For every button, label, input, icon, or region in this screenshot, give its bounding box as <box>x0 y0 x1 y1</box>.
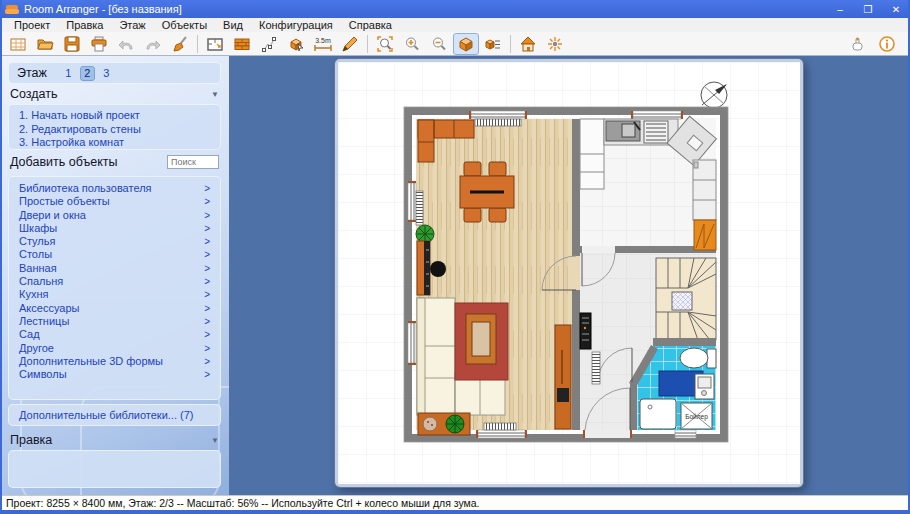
menu-edit[interactable]: Правка <box>58 19 111 31</box>
paint-brush-button[interactable] <box>167 33 193 55</box>
plant[interactable] <box>416 225 434 243</box>
tv-hifi-unit[interactable] <box>580 313 591 349</box>
restore-button[interactable]: ❐ <box>854 0 882 18</box>
boiler[interactable]: Бойлер <box>681 403 712 429</box>
collapse-arrow-icon: ▼ <box>211 436 219 445</box>
close-button[interactable]: ✕ <box>882 0 910 18</box>
menu-help[interactable]: Справка <box>341 19 400 31</box>
dining-chair <box>489 208 506 222</box>
create-title: Создать <box>10 87 58 101</box>
draw-pen-button[interactable] <box>337 33 363 55</box>
view-3d-button[interactable] <box>453 33 479 55</box>
toilet[interactable] <box>680 348 716 368</box>
wardrobe[interactable] <box>555 325 571 429</box>
side-table-round[interactable] <box>430 261 446 277</box>
plant[interactable] <box>446 415 464 433</box>
category-garden[interactable]: Сад> <box>9 328 220 341</box>
object-categories-panel: Библиотека пользователя> Простые объекты… <box>8 176 221 400</box>
washbasin[interactable] <box>695 374 714 399</box>
floor-plan[interactable]: Бойлер <box>338 62 800 484</box>
chevron-right-icon: > <box>204 288 210 301</box>
edit-title: Правка <box>10 433 52 447</box>
add-objects-header: Добавить объекты <box>10 155 219 169</box>
zoom-all-button[interactable] <box>372 33 398 55</box>
toolbar-separator <box>197 35 198 53</box>
measure-button[interactable]: 3.5m <box>310 33 336 55</box>
floor-tab-1[interactable]: 1 <box>61 66 76 81</box>
link-edit-walls[interactable]: 2. Редактировать стены <box>19 123 210 137</box>
materials-button[interactable] <box>480 33 506 55</box>
zoom-out-button[interactable] <box>426 33 452 55</box>
create-section-header[interactable]: Создать ▼ <box>10 87 219 101</box>
radiator[interactable] <box>416 191 423 225</box>
category-user-library[interactable]: Библиотека пользователя> <box>9 182 220 195</box>
info-button[interactable] <box>874 33 900 55</box>
kitchen-counter[interactable] <box>604 119 678 145</box>
radiator[interactable] <box>475 119 521 126</box>
edit-section-header[interactable]: Правка ▼ <box>10 433 219 447</box>
category-simple-objects[interactable]: Простые объекты> <box>9 195 220 208</box>
save-button[interactable] <box>59 33 85 55</box>
category-chairs[interactable]: Стулья> <box>9 235 220 248</box>
category-wardrobes[interactable]: Шкафы> <box>9 222 220 235</box>
floor-tab-3[interactable]: 3 <box>99 66 114 81</box>
floor-tab-2[interactable]: 2 <box>80 66 95 81</box>
home-3d-button[interactable] <box>515 33 541 55</box>
menu-view[interactable]: Вид <box>215 19 251 31</box>
room-editor-button[interactable] <box>202 33 228 55</box>
category-additional-3d-shapes[interactable]: Дополнительные 3D формы> <box>9 355 220 368</box>
radiator[interactable] <box>484 423 516 430</box>
redo-icon <box>144 35 162 53</box>
category-accessories[interactable]: Аксессуары> <box>9 302 220 315</box>
undo-button[interactable] <box>113 33 139 55</box>
dining-chair <box>489 162 506 176</box>
category-tables[interactable]: Столы> <box>9 248 220 261</box>
zoom-in-button[interactable] <box>399 33 425 55</box>
redo-button[interactable] <box>140 33 166 55</box>
menu-objects[interactable]: Объекты <box>154 19 215 31</box>
kitchen-tall-cabinets-left[interactable] <box>580 119 604 189</box>
move-points-button[interactable] <box>256 33 282 55</box>
link-room-setup[interactable]: 3. Настройка комнат <box>19 136 210 150</box>
category-kitchen[interactable]: Кухня> <box>9 288 220 301</box>
link-start-new-project[interactable]: 1. Начать новый проект <box>19 109 210 123</box>
menu-configuration[interactable]: Конфигурация <box>251 19 341 31</box>
zoom-all-icon <box>376 35 394 53</box>
category-doors-windows[interactable]: Двери и окна> <box>9 209 220 222</box>
walkthrough-button[interactable] <box>542 33 568 55</box>
compass-icon[interactable] <box>701 82 727 108</box>
minimize-button[interactable]: – <box>826 0 854 18</box>
category-other[interactable]: Другое> <box>9 342 220 355</box>
category-bedroom[interactable]: Спальня> <box>9 275 220 288</box>
additional-libraries-link[interactable]: Дополнительные библиотеки... (7) <box>19 409 193 421</box>
category-symbols[interactable]: Символы> <box>9 368 220 381</box>
window <box>675 430 696 438</box>
plan-page[interactable]: Бойлер <box>335 59 803 487</box>
shower-tray[interactable] <box>640 399 676 429</box>
pointer-hand-button[interactable] <box>844 33 870 55</box>
radiator[interactable] <box>592 352 600 384</box>
insert-object-button[interactable] <box>283 33 309 55</box>
walls-button[interactable] <box>229 33 255 55</box>
search-input[interactable] <box>167 155 219 169</box>
chevron-right-icon: > <box>204 262 210 275</box>
print-button[interactable] <box>86 33 112 55</box>
plan-canvas[interactable]: Бойлер <box>231 56 908 495</box>
menu-floor[interactable]: Этаж <box>111 19 153 31</box>
category-bathroom[interactable]: Ванная> <box>9 262 220 275</box>
paint-brush-icon <box>171 35 189 53</box>
zoom-in-icon <box>403 35 421 53</box>
menu-project[interactable]: Проект <box>6 19 58 31</box>
rug-and-coffee-table[interactable] <box>455 303 508 380</box>
staircase[interactable] <box>656 258 716 340</box>
additional-libraries-panel: Дополнительные библиотеки... (7) <box>8 404 221 426</box>
edit-panel <box>8 450 221 488</box>
kitchen-orange-cabinet[interactable] <box>694 220 716 250</box>
new-project-button[interactable] <box>5 33 31 55</box>
category-stairs[interactable]: Лестницы> <box>9 315 220 328</box>
bookshelf[interactable] <box>417 241 430 295</box>
kitchen-tall-cabinets-right[interactable] <box>693 160 716 220</box>
open-button[interactable] <box>32 33 58 55</box>
dining-chair <box>464 162 481 176</box>
walkthrough-icon <box>546 35 564 53</box>
